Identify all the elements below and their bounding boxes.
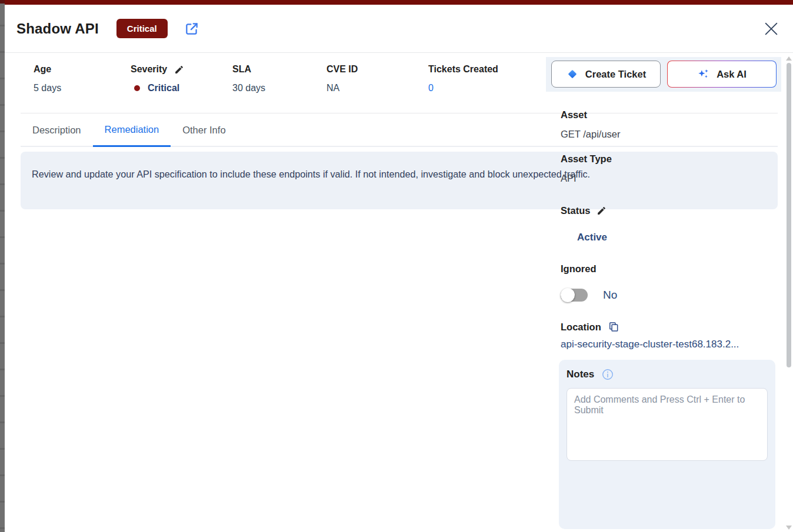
action-button-strip: Create Ticket Ask AI xyxy=(546,57,781,92)
external-link-icon[interactable] xyxy=(184,21,199,36)
info-icon[interactable] xyxy=(601,368,614,381)
field-label: CVE ID xyxy=(326,64,428,75)
severity-badge: Critical xyxy=(116,19,168,38)
notes-input[interactable] xyxy=(567,388,768,461)
notes-title: Notes xyxy=(567,369,594,380)
detail-fields: Asset GET /api/user Asset Type API Statu… xyxy=(546,109,781,350)
asset-type-label: Asset Type xyxy=(561,153,781,165)
severity-dot-icon xyxy=(134,85,140,91)
field-severity: Severity Critical xyxy=(131,64,232,113)
ignored-label: Ignored xyxy=(561,263,781,275)
status-label: Status xyxy=(561,205,590,216)
dimmed-page-edge xyxy=(0,0,5,532)
field-label: Tickets Created xyxy=(428,64,534,75)
ai-sparkles-icon xyxy=(697,68,710,81)
create-ticket-button[interactable]: Create Ticket xyxy=(551,61,661,88)
asset-type-value: API xyxy=(561,173,781,184)
modal-header: Shadow API Critical xyxy=(5,5,793,53)
tab-description[interactable]: Description xyxy=(21,113,93,147)
status-value: Active xyxy=(577,232,781,243)
field-label: Age xyxy=(34,64,131,75)
create-ticket-label: Create Ticket xyxy=(585,69,646,80)
tab-remediation[interactable]: Remediation xyxy=(93,113,171,147)
ask-ai-label: Ask AI xyxy=(717,69,747,80)
notes-card: Notes xyxy=(559,360,775,529)
field-tickets-created: Tickets Created 0 xyxy=(428,64,534,113)
field-sla: SLA 30 days xyxy=(232,64,326,113)
tab-other-info[interactable]: Other Info xyxy=(171,113,237,147)
field-label: SLA xyxy=(232,64,326,75)
jira-diamond-icon xyxy=(566,68,579,81)
field-age: Age 5 days xyxy=(34,64,131,113)
field-value: NA xyxy=(326,83,428,93)
ask-ai-button[interactable]: Ask AI xyxy=(667,61,777,88)
ignored-value: No xyxy=(603,289,617,302)
field-value: Critical xyxy=(148,83,179,93)
edit-status-icon[interactable] xyxy=(597,206,607,216)
field-value: 30 days xyxy=(232,83,326,93)
tickets-created-link[interactable]: 0 xyxy=(428,83,534,93)
field-cve-id: CVE ID NA xyxy=(326,64,428,113)
field-label: Severity xyxy=(131,64,167,75)
detail-side-panel: Create Ticket Ask AI Asset GET /api/user… xyxy=(546,57,781,529)
modal-top-accent-bar xyxy=(5,0,793,5)
close-icon[interactable] xyxy=(762,20,780,38)
scrollbar-thumb[interactable] xyxy=(787,63,791,367)
page-title: Shadow API xyxy=(16,21,99,37)
toggle-knob xyxy=(561,288,575,302)
ignored-toggle[interactable] xyxy=(561,289,588,302)
edit-severity-icon[interactable] xyxy=(174,65,184,75)
copy-icon[interactable] xyxy=(608,321,619,333)
location-value: api-security-stage-cluster-test68.183.2.… xyxy=(561,339,781,350)
asset-label: Asset xyxy=(561,109,781,121)
asset-value: GET /api/user xyxy=(561,129,781,140)
scroll-up-arrow-icon[interactable] xyxy=(786,56,792,61)
location-label: Location xyxy=(561,322,601,333)
scrollbar[interactable] xyxy=(785,53,793,532)
scroll-down-arrow-icon[interactable] xyxy=(786,526,792,530)
field-value: 5 days xyxy=(34,83,131,93)
finding-detail-modal: Shadow API Critical Age 5 days Severity … xyxy=(5,0,793,532)
